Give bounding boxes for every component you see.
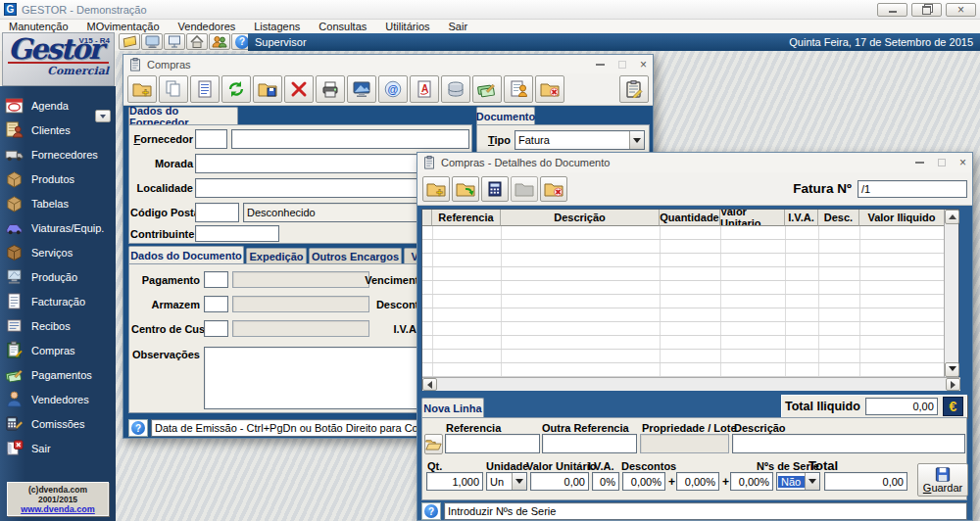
- document-notes-button[interactable]: [190, 75, 220, 103]
- referencia-field[interactable]: [445, 434, 540, 453]
- person-report-button[interactable]: [504, 75, 533, 103]
- users-button[interactable]: [209, 33, 230, 50]
- remove-document-button[interactable]: [535, 75, 564, 103]
- armazem-code-field[interactable]: [204, 296, 228, 312]
- grid-body[interactable]: [422, 226, 945, 377]
- edit-notes-button[interactable]: [619, 75, 649, 103]
- pdf-button[interactable]: A: [410, 75, 439, 103]
- browse-reference-button[interactable]: [424, 434, 443, 454]
- fornecedor-code-field[interactable]: [195, 129, 227, 149]
- grid-header-valor-unitario[interactable]: Valor Unitario: [720, 210, 785, 226]
- note-button[interactable]: [119, 33, 140, 50]
- scroll-down-button[interactable]: [945, 362, 959, 377]
- copy-document-button[interactable]: [159, 75, 188, 103]
- sidebar-item-sair[interactable]: Sair: [0, 436, 116, 460]
- menu-item-sair[interactable]: Sair: [449, 21, 468, 32]
- maximize-icon[interactable]: [618, 61, 626, 69]
- vertical-scrollbar[interactable]: [944, 210, 958, 377]
- grid-header-valor-iliquido[interactable]: Valor Iliquido: [859, 210, 945, 226]
- new-document-button[interactable]: +: [127, 75, 157, 103]
- sidebar-item-produtos[interactable]: Produtos: [0, 166, 116, 191]
- euro-currency-button[interactable]: €: [943, 397, 963, 416]
- grid-header-quantidade[interactable]: Quantidade: [660, 210, 720, 226]
- contribuinte-field[interactable]: [195, 225, 279, 242]
- minimize-button[interactable]: [877, 3, 907, 17]
- sidebar-item-viaturas-equip[interactable]: Viaturas/Equip.: [0, 215, 116, 240]
- valor-unitario-field[interactable]: 0,00: [530, 472, 589, 491]
- grid-header-referencia[interactable]: Referencia: [432, 210, 501, 226]
- chevron-down-icon[interactable]: [805, 473, 819, 490]
- horizontal-scrollbar[interactable]: [422, 377, 960, 391]
- sidebar-item-producao[interactable]: Produção: [0, 264, 116, 289]
- iva-field[interactable]: 0%: [592, 472, 619, 491]
- close-icon[interactable]: ×: [959, 157, 966, 168]
- desconto3-field[interactable]: 0,00%: [730, 472, 773, 491]
- sidebar-item-pagamentos[interactable]: Pagamentos: [0, 362, 116, 387]
- insert-line-button[interactable]: [452, 176, 479, 202]
- unidade-select[interactable]: Un: [486, 472, 527, 491]
- help-button[interactable]: [421, 502, 441, 520]
- grid-header-descricao[interactable]: Descrição: [501, 210, 660, 226]
- sidebar-item-compras[interactable]: Compras: [0, 338, 116, 362]
- home-button[interactable]: [186, 33, 208, 50]
- tab-nova-linha[interactable]: Nova Linha: [421, 398, 484, 417]
- guardar-button[interactable]: Guardar: [917, 463, 968, 497]
- payment-button[interactable]: [472, 75, 502, 103]
- tab-expedicao[interactable]: Expedição: [246, 248, 307, 264]
- sidebar-item-clientes[interactable]: Clientes: [0, 118, 116, 142]
- sidebar-item-comissoes[interactable]: Comissões: [0, 411, 116, 436]
- sidebar-item-agenda[interactable]: Agenda: [0, 93, 116, 118]
- contacts-button[interactable]: [441, 75, 470, 103]
- fatura-numero-field[interactable]: /1: [858, 180, 967, 198]
- desconto1-field[interactable]: 0,00%: [622, 472, 665, 491]
- grid-header-desc[interactable]: Desc.: [818, 210, 859, 226]
- chevron-down-icon[interactable]: [512, 473, 526, 490]
- menu-item-listagens[interactable]: Listagens: [254, 21, 300, 32]
- delete-line-button[interactable]: [540, 176, 567, 202]
- tab-documento[interactable]: Documento: [476, 107, 535, 125]
- minimize-icon[interactable]: [915, 162, 924, 164]
- add-line-button[interactable]: +: [422, 176, 450, 202]
- menu-item-manutencao[interactable]: Manutenção: [9, 21, 69, 32]
- save-button[interactable]: [253, 75, 282, 103]
- descricao-field[interactable]: [732, 434, 965, 453]
- menu-item-movimentacao[interactable]: MOvimentação: [87, 21, 160, 32]
- scroll-left-button[interactable]: [422, 378, 437, 391]
- website-link[interactable]: www.dvenda.com: [8, 504, 108, 514]
- scroll-right-button[interactable]: [946, 378, 960, 391]
- fornecedor-name-field[interactable]: [231, 129, 469, 149]
- scroll-up-button[interactable]: [945, 210, 959, 224]
- sidebar-item-servicos[interactable]: Serviços: [0, 240, 116, 264]
- grid-header-iva[interactable]: I.V.A.: [785, 210, 818, 226]
- pagamento-code-field[interactable]: [204, 271, 228, 288]
- close-icon[interactable]: ×: [640, 59, 647, 71]
- delete-button[interactable]: [284, 75, 314, 103]
- restore-button[interactable]: [911, 3, 942, 17]
- print-button[interactable]: [316, 75, 345, 103]
- tab-dados-documento[interactable]: Dados do Documento: [128, 246, 244, 264]
- observacoes-textarea[interactable]: [204, 347, 419, 409]
- chevron-down-icon[interactable]: [629, 131, 644, 149]
- refresh-button[interactable]: [221, 75, 251, 103]
- centro-custo-code-field[interactable]: [204, 320, 228, 337]
- tab-dados-fornecedor[interactable]: Dados do Fornecedor: [128, 107, 238, 125]
- sidebar-item-recibos[interactable]: Recibos: [0, 313, 116, 338]
- desconto2-field[interactable]: 0,00%: [676, 472, 719, 491]
- sidebar-item-vendedores[interactable]: Vendedores: [0, 387, 116, 411]
- serie-select[interactable]: Não: [776, 472, 820, 491]
- calculator-button[interactable]: [481, 176, 509, 202]
- sidebar-item-tabelas[interactable]: Tabelas: [0, 191, 116, 215]
- sidebar-item-facturacao[interactable]: Facturação: [0, 289, 116, 313]
- qt-field[interactable]: 1,000: [426, 472, 483, 491]
- menu-item-consultas[interactable]: Consultas: [318, 21, 367, 32]
- codigo-postal-field[interactable]: [195, 203, 239, 222]
- menu-item-vendedores[interactable]: Vendedores: [178, 21, 236, 32]
- lines-grid[interactable]: Referencia Descrição Quantidade Valor Un…: [421, 209, 959, 391]
- email-button[interactable]: @: [378, 75, 408, 103]
- sidebar-item-fornecedores[interactable]: Fornecedores: [0, 142, 116, 166]
- preview-button[interactable]: [347, 75, 376, 103]
- presentation-board-button[interactable]: [164, 33, 185, 50]
- maximize-icon[interactable]: [938, 159, 946, 166]
- help-button[interactable]: [128, 419, 148, 437]
- outra-referencia-field[interactable]: [542, 434, 637, 453]
